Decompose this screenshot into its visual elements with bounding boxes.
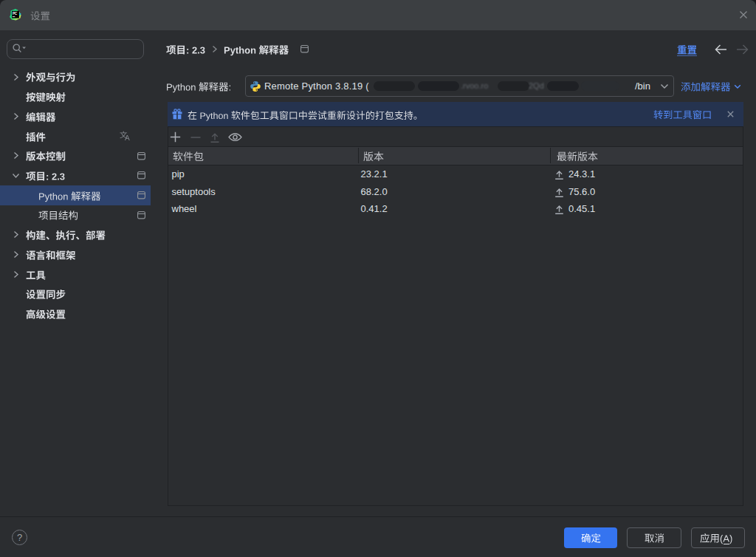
svg-text:PC: PC xyxy=(13,12,18,16)
